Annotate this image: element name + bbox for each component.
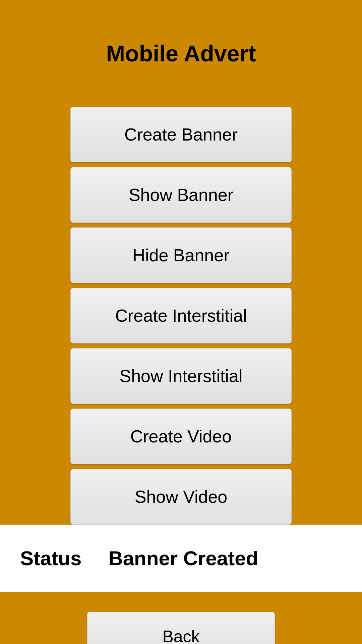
status-value: Banner Created xyxy=(108,547,258,570)
status-area: Status Banner Created xyxy=(0,525,362,592)
back-button[interactable]: Back xyxy=(87,612,275,644)
show-video-button[interactable]: Show Video xyxy=(70,469,292,525)
buttons-container: Create Banner Show Banner Hide Banner Cr… xyxy=(0,107,362,525)
create-video-button[interactable]: Create Video xyxy=(70,409,292,464)
show-interstitial-button[interactable]: Show Interstitial xyxy=(70,348,292,404)
status-label: Status xyxy=(20,547,81,570)
hide-banner-button[interactable]: Hide Banner xyxy=(70,227,292,283)
create-banner-button[interactable]: Create Banner xyxy=(70,107,292,162)
main-area: Mobile Advert Create Banner Show Banner … xyxy=(0,0,362,525)
page-title: Mobile Advert xyxy=(106,40,256,66)
create-interstitial-button[interactable]: Create Interstitial xyxy=(70,288,292,343)
bottom-area: Back xyxy=(0,592,362,644)
show-banner-button[interactable]: Show Banner xyxy=(70,167,292,223)
